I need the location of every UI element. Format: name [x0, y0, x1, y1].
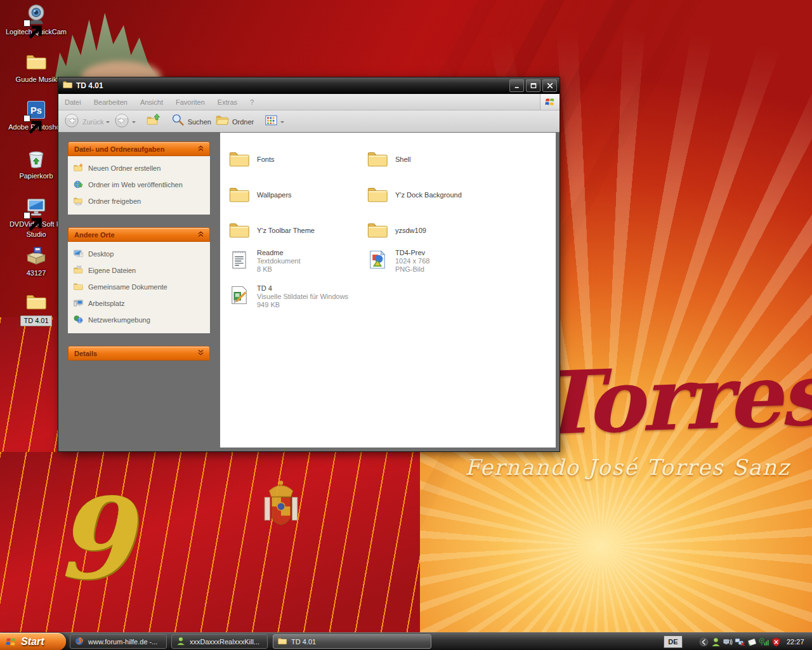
folder-icon	[228, 219, 251, 242]
search-label: Suchen	[188, 118, 211, 126]
file-list-area[interactable]: FontsShellWallpapersY'z Dock BackgroundY…	[220, 133, 556, 448]
hide-icons-icon[interactable]	[698, 637, 709, 647]
forward-dropdown-caret[interactable]	[132, 121, 136, 125]
network-offline-icon[interactable]	[735, 637, 745, 647]
chevron-up-icon[interactable]	[197, 230, 205, 239]
taskbar-task-0[interactable]: www.forum-hilfe.de -...	[70, 634, 167, 649]
text-document-icon	[228, 248, 251, 271]
panel-title: Andere Orte	[74, 231, 115, 239]
panel-header-1[interactable]: Andere Orte	[68, 227, 210, 242]
menu-item-favoriten[interactable]: Favoriten	[169, 98, 211, 106]
file-item-shell[interactable]: Shell	[366, 142, 504, 177]
task-link-desktop[interactable]: Desktop	[73, 248, 206, 259]
search-button[interactable]: Suchen	[171, 113, 211, 130]
file-item-y-z-toolbar-theme[interactable]: Y'z Toolbar Theme	[228, 213, 366, 248]
taskbar-task-1[interactable]: xxxDaxxxRealxxxKill...	[171, 634, 268, 649]
task-link-gemeinsame-dokumente[interactable]: Gemeinsame Dokumente	[73, 281, 206, 292]
folders-icon	[215, 113, 230, 130]
desktop-icon-label: TD 4.01	[20, 315, 51, 326]
start-button[interactable]: Start	[0, 633, 66, 650]
language-indicator[interactable]: DE	[664, 635, 683, 648]
task-link-label: Desktop	[88, 250, 114, 258]
task-link-eigene-dateien[interactable]: Eigene Dateien	[73, 265, 206, 275]
file-item-td-4[interactable]: TD 4Visuelle Stildatei für Windows949 KB	[228, 284, 366, 319]
forward-button[interactable]	[114, 112, 136, 131]
system-tray	[698, 633, 783, 650]
png-image-icon	[366, 248, 389, 271]
shortcut-arrow-icon	[23, 20, 30, 27]
back-button[interactable]: Zurück	[63, 112, 110, 131]
file-item-wallpapers[interactable]: Wallpapers	[228, 177, 366, 213]
start-label: Start	[21, 636, 44, 647]
task-link-ordner-freigeben[interactable]: Ordner freigeben	[73, 196, 206, 206]
jersey-number: 9	[55, 474, 132, 604]
security-alert-icon[interactable]	[771, 637, 782, 647]
file-name: Shell	[395, 156, 410, 164]
icq-icon[interactable]	[710, 637, 721, 647]
back-label: Zurück	[82, 118, 104, 126]
menu-item-ansicht[interactable]: Ansicht	[134, 98, 169, 106]
task-link-arbeitsplatz[interactable]: Arbeitsplatz	[73, 298, 206, 308]
task-label: xxxDaxxxRealxxxKill...	[190, 638, 259, 646]
folders-button[interactable]: Ordner	[215, 113, 254, 130]
panel-header-2[interactable]: Details	[68, 346, 210, 361]
window-title: TD 4.01	[76, 81, 508, 90]
menu-bar: DateiBearbeitenAnsichtFavoritenExtras?	[58, 94, 560, 110]
file-name: TD4-Prev	[395, 249, 429, 257]
menu-item-extras[interactable]: Extras	[211, 98, 244, 106]
volume-icon[interactable]	[723, 637, 733, 647]
windows-logo-icon	[540, 94, 560, 110]
maximize-button[interactable]	[526, 79, 540, 92]
task-link-netzwerkumgebung[interactable]: Netzwerkumgebung	[73, 314, 206, 325]
up-button[interactable]	[146, 113, 160, 130]
views-icon	[264, 113, 278, 130]
task-link-neuen-ordner-erstellen[interactable]: Neuen Ordner erstellen	[73, 162, 206, 173]
folder-icon	[366, 148, 389, 171]
chevron-up-icon[interactable]	[197, 144, 205, 154]
wlan-signal-icon[interactable]	[759, 637, 769, 647]
file-name: Fonts	[257, 156, 275, 164]
views-button[interactable]	[264, 113, 284, 130]
close-button[interactable]	[542, 79, 557, 92]
window-body: Datei- und OrdneraufgabenNeuen Ordner er…	[58, 132, 560, 451]
file-item-fonts[interactable]: Fonts	[228, 142, 366, 177]
file-item-readme[interactable]: ReadmeTextdokument8 KB	[228, 248, 366, 284]
minimize-button[interactable]	[509, 79, 524, 92]
views-dropdown-caret[interactable]	[280, 121, 284, 125]
desktop-icon-logitech-quickcam[interactable]: Logitech QuickCam	[4, 3, 68, 36]
windows-flag-icon	[5, 635, 18, 648]
window-titlebar[interactable]: TD 4.01	[58, 77, 560, 94]
shared-documents-icon	[73, 281, 84, 292]
taskbar: Start www.forum-hilfe.de -...xxxDaxxxRea…	[0, 632, 812, 650]
icq-icon	[176, 636, 190, 647]
taskbar-task-2[interactable]: TD 4.01	[273, 634, 431, 649]
task-link-label: Ordner freigeben	[88, 197, 141, 205]
file-item-y-z-dock-background[interactable]: Y'z Dock Background	[366, 177, 504, 213]
messenger-icon[interactable]	[747, 637, 757, 647]
taskbar-clock[interactable]: 22:27	[787, 633, 804, 650]
task-label: TD 4.01	[291, 638, 316, 646]
back-dropdown-caret[interactable]	[106, 121, 110, 125]
task-link-ordner-im-web-ver-ffentlichen[interactable]: Ordner im Web veröffentlichen	[73, 179, 206, 190]
task-link-label: Eigene Dateien	[88, 267, 136, 274]
jersey: 9	[0, 452, 420, 632]
chevron-down-icon[interactable]	[197, 348, 205, 358]
task-link-label: Netzwerkumgebung	[88, 316, 150, 324]
folder-up-icon	[146, 113, 160, 130]
desktop: 9 Torres Fernando José Torres Sanz Logit…	[0, 0, 812, 650]
publish-web-icon	[73, 179, 84, 190]
spain-crest-icon	[261, 477, 301, 541]
file-meta-type: Textdokument	[257, 257, 300, 265]
task-link-label: Gemeinsame Dokumente	[88, 283, 167, 291]
shortcut-arrow-icon	[23, 212, 30, 219]
menu-item-datei[interactable]: Datei	[58, 98, 88, 106]
wallpaper-script-subtitle: Fernando José Torres Sanz	[465, 454, 790, 480]
menu-item-[interactable]: ?	[244, 98, 260, 106]
file-item-yzsdw109[interactable]: yzsdw109	[366, 213, 504, 248]
menu-item-bearbeiten[interactable]: Bearbeiten	[88, 98, 134, 106]
file-meta-type: Visuelle Stildatei für Windows	[257, 293, 348, 301]
file-item-td4-prev[interactable]: TD4-Prev1024 x 768PNG-Bild	[366, 248, 504, 284]
wallpaper-script-title: Torres	[532, 343, 812, 454]
panel-header-0[interactable]: Datei- und Ordneraufgaben	[68, 142, 210, 156]
recycle-bin-icon	[25, 161, 48, 172]
